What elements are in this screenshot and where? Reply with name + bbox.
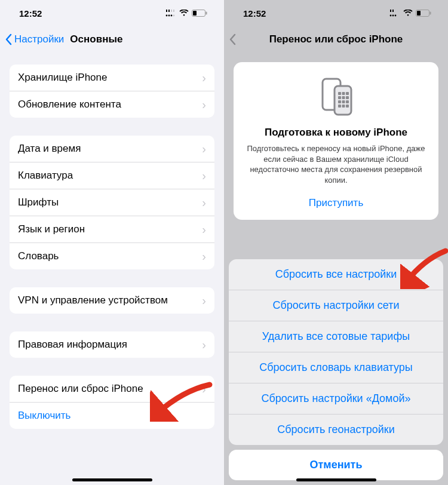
- card-cta[interactable]: Приступить: [246, 194, 426, 213]
- svg-point-14: [397, 15, 399, 17]
- svg-rect-24: [338, 92, 341, 95]
- back-button[interactable]: [224, 33, 236, 45]
- devices-icon: [246, 76, 426, 117]
- row-shutdown[interactable]: Выключить: [10, 402, 214, 429]
- svg-point-0: [166, 15, 168, 17]
- svg-rect-16: [392, 10, 394, 12]
- group-reset: Перенос или сброс iPhone› Выключить: [10, 376, 214, 429]
- chevron-right-icon: ›: [202, 383, 206, 395]
- svg-rect-30: [338, 100, 341, 103]
- svg-rect-17: [395, 10, 396, 12]
- opt-remove-cellular-plans[interactable]: Удалить все сотовые тарифы: [229, 321, 443, 352]
- row-keyboard[interactable]: Клавиатура›: [10, 162, 214, 189]
- chevron-right-icon: ›: [202, 143, 206, 155]
- battery-icon: [416, 10, 431, 17]
- chevron-right-icon: ›: [202, 99, 206, 110]
- status-bar: 12:52: [224, 0, 448, 26]
- nav-bar: Настройки Основные: [0, 26, 224, 53]
- row-label: Клавиатура: [18, 170, 73, 182]
- chevron-right-icon: ›: [202, 197, 206, 208]
- svg-rect-31: [342, 100, 345, 103]
- back-button[interactable]: Настройки: [0, 33, 64, 45]
- svg-point-11: [390, 15, 392, 17]
- row-date-time[interactable]: Дата и время›: [10, 136, 214, 162]
- row-legal[interactable]: Правовая информация›: [10, 331, 214, 358]
- svg-point-13: [395, 15, 397, 17]
- svg-point-12: [392, 15, 394, 17]
- prepare-card: Подготовка к новому iPhone Подготовьтесь…: [234, 62, 438, 220]
- chevron-right-icon: ›: [202, 170, 206, 182]
- svg-rect-4: [166, 10, 167, 12]
- chevron-right-icon: ›: [202, 339, 206, 351]
- group-vpn: VPN и управление устройством›: [10, 287, 214, 314]
- screen-general-settings: 12:52 Настройки Основные Хранилище iPhon…: [0, 0, 224, 485]
- opt-reset-location-privacy[interactable]: Сбросить геонастройки: [229, 414, 443, 445]
- chevron-right-icon: ›: [202, 223, 206, 235]
- opt-reset-keyboard-dict[interactable]: Сбросить словарь клавиатуры: [229, 352, 443, 383]
- svg-point-1: [168, 15, 170, 17]
- row-transfer-reset[interactable]: Перенос или сброс iPhone›: [10, 376, 214, 402]
- chevron-right-icon: ›: [202, 250, 206, 262]
- svg-rect-28: [342, 96, 345, 99]
- row-language-region[interactable]: Язык и регион›: [10, 216, 214, 242]
- svg-rect-9: [193, 11, 197, 16]
- chevron-right-icon: ›: [202, 294, 206, 306]
- group-storage: Хранилище iPhone› Обновление контента›: [10, 65, 214, 118]
- opt-reset-network-settings[interactable]: Сбросить настройки сети: [229, 290, 443, 321]
- svg-rect-35: [346, 105, 349, 108]
- row-label: Выключить: [18, 410, 70, 422]
- svg-rect-33: [338, 105, 341, 108]
- status-icons: [389, 10, 431, 17]
- home-indicator[interactable]: [72, 478, 152, 481]
- status-bar: 12:52: [0, 0, 224, 26]
- svg-rect-15: [390, 10, 391, 12]
- row-storage[interactable]: Хранилище iPhone›: [10, 65, 214, 91]
- page-title: Основные: [70, 33, 122, 45]
- row-label: Правовая информация: [18, 339, 127, 351]
- svg-rect-27: [338, 96, 341, 99]
- svg-rect-6: [171, 10, 172, 12]
- cancel-button[interactable]: Отменить: [229, 450, 443, 480]
- opt-reset-home-layout[interactable]: Сбросить настройки «Домой»: [229, 383, 443, 414]
- svg-rect-32: [346, 100, 349, 103]
- svg-rect-25: [342, 92, 345, 95]
- svg-point-2: [171, 15, 173, 17]
- status-time: 12:52: [19, 8, 42, 19]
- action-sheet-container: Сбросить все настройки Сбросить настройк…: [224, 254, 448, 485]
- signal-icon: [389, 10, 400, 17]
- status-time: 12:52: [243, 8, 266, 19]
- row-label: Хранилище iPhone: [18, 72, 107, 84]
- chevron-left-icon: [5, 33, 12, 45]
- row-label: Шрифты: [18, 197, 59, 208]
- home-indicator[interactable]: [296, 478, 376, 481]
- row-label: Дата и время: [18, 143, 81, 155]
- row-fonts[interactable]: Шрифты›: [10, 189, 214, 216]
- row-label: Перенос или сброс iPhone: [18, 383, 143, 395]
- svg-rect-7: [173, 10, 174, 12]
- screen-reset-sheet: 12:52 Перенос или сброс iPhone: [224, 0, 448, 485]
- action-sheet: Сбросить все настройки Сбросить настройк…: [229, 259, 443, 445]
- svg-rect-5: [168, 10, 170, 12]
- card-heading: Подготовка к новому iPhone: [246, 127, 426, 139]
- chevron-left-icon: [229, 33, 236, 45]
- row-dictionary[interactable]: Словарь›: [10, 242, 214, 269]
- group-locale: Дата и время› Клавиатура› Шрифты› Язык и…: [10, 136, 214, 269]
- row-label: Обновление контента: [18, 99, 121, 110]
- nav-bar: Перенос или сброс iPhone: [224, 26, 448, 53]
- row-background-refresh[interactable]: Обновление контента›: [10, 91, 214, 118]
- chevron-right-icon: ›: [202, 72, 206, 84]
- wifi-icon: [403, 10, 413, 17]
- signal-icon: [165, 10, 176, 17]
- row-vpn[interactable]: VPN и управление устройством›: [10, 287, 214, 314]
- svg-rect-21: [430, 12, 431, 15]
- row-label: VPN и управление устройством: [18, 294, 168, 306]
- row-label: Словарь: [18, 250, 59, 262]
- back-label: Настройки: [14, 33, 64, 45]
- battery-icon: [192, 10, 207, 17]
- svg-rect-29: [346, 96, 349, 99]
- svg-rect-26: [346, 92, 349, 95]
- svg-rect-20: [417, 11, 421, 16]
- status-icons: [165, 10, 207, 17]
- row-label: Язык и регион: [18, 223, 85, 235]
- opt-reset-all-settings[interactable]: Сбросить все настройки: [229, 259, 443, 290]
